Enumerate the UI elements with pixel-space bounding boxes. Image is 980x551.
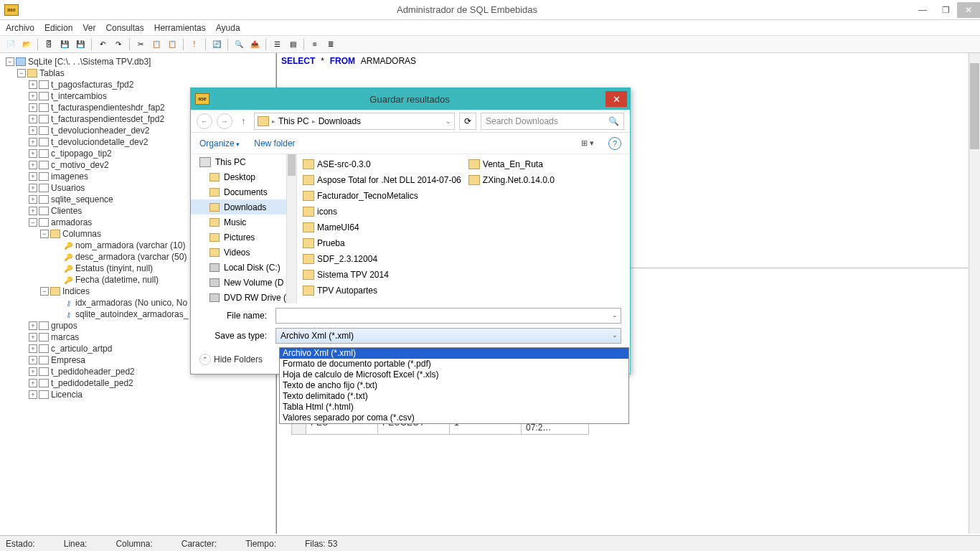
close-button[interactable]: ✕: [957, 2, 980, 18]
expand-icon[interactable]: +: [29, 344, 37, 353]
tree-item[interactable]: Licencia: [51, 390, 83, 400]
dialog-close-button[interactable]: ✕: [606, 91, 627, 107]
tree-item[interactable]: marcas: [51, 332, 79, 342]
tree-item[interactable]: t_devoluciondetalle_dev2: [51, 137, 148, 147]
sidebar-videos[interactable]: Videos: [191, 245, 296, 260]
help-button[interactable]: ?: [608, 137, 621, 150]
file-item[interactable]: ZXing.Net.0.14.0.0: [468, 173, 555, 187]
expand-icon[interactable]: −: [40, 287, 49, 296]
filename-input[interactable]: ⌄: [275, 308, 621, 324]
sidebar-desktop[interactable]: Desktop: [191, 169, 296, 184]
menu-archivo[interactable]: Archivo: [6, 23, 34, 33]
expand-icon[interactable]: +: [29, 92, 37, 100]
nav-up-button[interactable]: ↑: [237, 116, 250, 126]
file-item[interactable]: MameUI64: [303, 220, 461, 235]
tb-paste-icon[interactable]: 📋: [166, 38, 179, 51]
tb-refresh-icon[interactable]: 🔄: [210, 38, 223, 51]
expand-icon[interactable]: +: [29, 103, 37, 112]
expand-icon[interactable]: −: [40, 230, 49, 238]
tree-item[interactable]: t_devolucionheader_dev2: [51, 126, 149, 136]
expand-icon[interactable]: −: [6, 57, 14, 66]
sidebar-documents[interactable]: Documents: [191, 184, 296, 199]
menu-ayuda[interactable]: Ayuda: [216, 23, 240, 33]
expand-icon[interactable]: +: [29, 149, 37, 158]
expand-icon[interactable]: +: [29, 172, 37, 181]
tree-index[interactable]: idx_armadoras (No unico, No: [75, 298, 187, 308]
saveastype-combo[interactable]: Archivo Xml (*.xml)⌄: [275, 328, 621, 344]
tb-save-icon[interactable]: 💾: [58, 38, 71, 51]
maximize-button[interactable]: ❐: [934, 2, 957, 18]
sidebar-dvd[interactable]: DVD RW Drive (: [191, 290, 296, 303]
tree-item[interactable]: t_pedidodetalle_ped2: [51, 378, 133, 388]
dropdown-option[interactable]: Archivo Xml (*.xml): [280, 348, 628, 359]
expand-icon[interactable]: +: [29, 126, 37, 135]
dropdown-option[interactable]: Tabla Html (*.html): [280, 402, 628, 413]
dropdown-option[interactable]: Texto delimitado (*.txt): [280, 391, 628, 402]
expand-icon[interactable]: +: [29, 195, 37, 204]
expand-icon[interactable]: +: [29, 138, 37, 146]
minimize-button[interactable]: —: [911, 2, 934, 18]
tree-item[interactable]: t_pagosfacturas_fpd2: [51, 80, 133, 90]
organize-button[interactable]: Organize: [199, 138, 240, 149]
scroll-thumb[interactable]: [288, 154, 296, 176]
expand-icon[interactable]: +: [29, 379, 37, 387]
tree-tablas[interactable]: Tablas: [39, 68, 65, 78]
tree-item[interactable]: t_intercambios: [51, 91, 107, 101]
expand-icon[interactable]: +: [29, 333, 37, 342]
sidebar-music[interactable]: Music: [191, 215, 296, 230]
view-button[interactable]: ⊞ ▾: [581, 138, 594, 148]
tree-item[interactable]: t_facturaspendientesdet_fpd2: [51, 114, 164, 124]
tree-column[interactable]: Fecha (datetime, null): [75, 275, 159, 285]
file-item[interactable]: Prueba: [303, 236, 461, 250]
tree-column[interactable]: desc_armadora (varchar (50): [75, 252, 187, 262]
file-item[interactable]: TPV Autopartes: [303, 283, 461, 298]
tree-item[interactable]: Usuarios: [51, 183, 85, 193]
scroll-thumb[interactable]: [970, 63, 979, 149]
tree-columnas[interactable]: Columnas: [62, 229, 101, 239]
tree-item[interactable]: Empresa: [51, 355, 85, 365]
tb-alert-icon[interactable]: !: [188, 38, 201, 51]
tb-list-icon[interactable]: ☰: [270, 38, 283, 51]
tree-root[interactable]: SqLite [C:\. . .\Sistema TPV.db3]: [28, 57, 151, 67]
tree-item[interactable]: imagenes: [51, 171, 88, 182]
tree-item[interactable]: c_articulo_artpd: [51, 344, 112, 354]
tb-grid-icon[interactable]: ▤: [286, 38, 299, 51]
tree-item[interactable]: c_motivo_dev2: [51, 160, 109, 170]
expand-icon[interactable]: −: [29, 218, 37, 227]
tb-db-icon[interactable]: 🗄: [42, 38, 55, 51]
dropdown-option[interactable]: Hoja de calculo de Microsoft Excel (*.xl…: [280, 369, 628, 380]
tb-export-icon[interactable]: 📤: [248, 38, 261, 51]
tree-item[interactable]: grupos: [51, 321, 77, 331]
path-segment[interactable]: Downloads: [319, 116, 361, 126]
tb-copy-icon[interactable]: 📋: [150, 38, 163, 51]
expand-icon[interactable]: +: [29, 390, 37, 399]
expand-icon[interactable]: +: [29, 80, 37, 89]
tree-item[interactable]: c_tipopago_tip2: [51, 149, 112, 159]
menu-consultas[interactable]: Consultas: [105, 23, 143, 33]
expand-icon[interactable]: +: [29, 207, 37, 215]
file-item[interactable]: ASE-src-0.3.0: [303, 157, 461, 171]
chevron-down-icon[interactable]: ⌄: [446, 118, 451, 125]
sidebar-scrollbar[interactable]: [286, 154, 296, 303]
sidebar-pictures[interactable]: Pictures: [191, 230, 296, 245]
chevron-down-icon[interactable]: ⌄: [612, 331, 618, 339]
file-item[interactable]: Facturador_TecnoMetalics: [303, 189, 461, 203]
expand-icon[interactable]: +: [29, 321, 37, 330]
menu-edicion[interactable]: Edicion: [44, 23, 72, 33]
tree-item[interactable]: Clientes: [51, 206, 82, 216]
tree-item[interactable]: t_facturaspendienteshdr_fap2: [51, 103, 165, 113]
path-segment[interactable]: This PC: [278, 116, 309, 126]
file-list[interactable]: ASE-src-0.3.0Aspose Total for .Net DLL 2…: [297, 154, 630, 303]
tree-item[interactable]: sqlite_sequence: [51, 194, 113, 204]
tb-back-icon[interactable]: ↶: [96, 38, 109, 51]
tb-align2-icon[interactable]: ≣: [324, 38, 337, 51]
tree-column[interactable]: Estatus (tinyint, null): [75, 263, 153, 273]
expand-icon[interactable]: −: [17, 69, 26, 77]
chevron-down-icon[interactable]: ⌄: [612, 311, 618, 319]
hide-folders-button[interactable]: ⌃Hide Folders: [199, 354, 263, 365]
expand-icon[interactable]: +: [29, 184, 37, 192]
vertical-scrollbar[interactable]: [969, 53, 980, 534]
tree-column[interactable]: nom_armadora (varchar (10): [75, 240, 185, 250]
tree-indices[interactable]: Indices: [62, 286, 90, 296]
expand-icon[interactable]: +: [29, 367, 37, 376]
